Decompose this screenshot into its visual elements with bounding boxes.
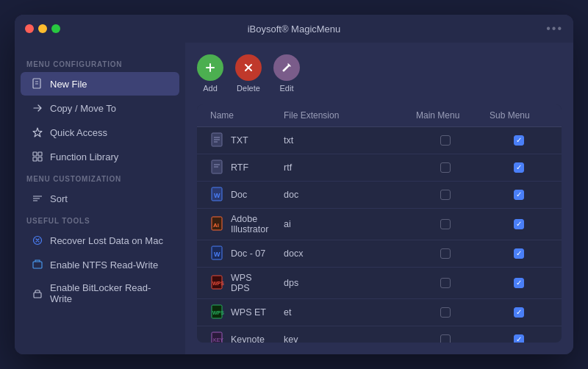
sidebar-item-recover[interactable]: Recover Lost Data on Mac [21,229,179,252]
cell-ext: doc [276,184,409,205]
sidebar: Menu Configuration New File C [15,43,185,354]
main-menu-checkbox[interactable] [440,190,451,200]
table-row[interactable]: WPS WPS DPS dps [197,268,562,299]
cell-main-menu[interactable] [409,273,482,293]
sort-icon [31,192,44,205]
cell-sub-menu[interactable] [482,273,556,293]
svg-rect-11 [33,262,42,268]
cell-sub-menu[interactable] [482,130,556,151]
cell-sub-menu[interactable] [482,243,556,264]
cell-main-menu[interactable] [409,243,482,264]
sub-menu-checkbox[interactable] [514,334,524,343]
file-name: Keynote [231,334,265,343]
cell-ext: et [276,302,409,323]
table-row[interactable]: RTF rtf [197,154,562,182]
table-row[interactable]: TXT txt [197,127,562,154]
cell-ext: txt [276,130,409,151]
sub-menu-checkbox[interactable] [514,219,524,229]
delete-label: Delete [237,84,260,93]
cell-main-menu[interactable] [409,329,482,343]
sidebar-item-quick-access[interactable]: Quick Access [21,121,179,144]
sidebar-section-menu-custom: Menu Customization [15,169,185,186]
recover-icon [31,234,44,247]
file-name: Doc [231,190,247,200]
table-row[interactable]: Ai Adobe Illustrator ai [197,209,562,240]
file-type-icon: WPS [210,304,225,320]
sub-menu-checkbox[interactable] [514,190,524,200]
main-menu-checkbox[interactable] [440,307,451,318]
sidebar-label-recover: Recover Lost Data on Mac [50,235,163,246]
sidebar-item-copy-move[interactable]: Copy / Move To [21,96,179,120]
main-menu-checkbox[interactable] [440,135,451,146]
sidebar-label-bitlocker: Enable BitLocker Read-Write [50,282,169,304]
menu-dots[interactable]: ••• [546,22,563,35]
svg-text:W: W [214,192,220,199]
main-menu-checkbox[interactable] [440,334,451,343]
cell-main-menu[interactable] [409,130,482,151]
sidebar-item-sort[interactable]: Sort [21,187,179,210]
edit-button[interactable]: Edit [273,54,300,93]
cell-main-menu[interactable] [409,184,482,205]
col-main-menu: Main Menu [409,104,482,126]
cell-main-menu[interactable] [409,214,482,234]
file-type-icon: WPS [210,275,225,291]
sub-menu-checkbox[interactable] [514,278,524,288]
maximize-button[interactable] [51,24,60,33]
sidebar-section-menu-config: Menu Configuration [15,54,185,71]
col-ext: File Extension [276,104,409,126]
col-name: Name [203,104,276,126]
svg-text:WPS: WPS [212,310,224,315]
main-content: Menu Configuration New File C [15,43,573,354]
add-button[interactable]: Add [197,54,223,93]
close-button[interactable] [25,24,34,33]
cell-name: WPS WPS ET [203,299,276,326]
sub-menu-checkbox[interactable] [514,135,524,146]
svg-text:W: W [214,251,220,258]
main-menu-checkbox[interactable] [440,248,451,259]
function-library-icon [31,150,44,163]
app-window: iBoysoft® MagicMenu ••• Menu Configurati… [15,15,573,354]
sub-menu-checkbox[interactable] [514,162,524,173]
cell-sub-menu[interactable] [482,214,556,234]
sidebar-item-ntfs[interactable]: Enable NTFS Read-Write [21,253,179,276]
minimize-button[interactable] [38,24,47,33]
main-panel: Add Delete [185,43,573,354]
cell-sub-menu[interactable] [482,329,556,343]
cell-name: TXT [203,127,276,154]
cell-main-menu[interactable] [409,302,482,323]
cell-sub-menu[interactable] [482,184,556,205]
traffic-lights [25,24,60,33]
cell-sub-menu[interactable] [482,302,556,323]
sidebar-item-function-library[interactable]: Function Library [21,145,179,168]
cell-name: RTF [203,154,276,181]
file-type-icon: Ai [210,216,225,232]
sidebar-label-copy-move: Copy / Move To [50,103,116,114]
svg-rect-6 [38,157,42,161]
svg-text:WPS: WPS [212,281,224,286]
bitlocker-icon [31,287,44,300]
copy-move-icon [31,101,44,115]
main-menu-checkbox[interactable] [440,278,451,288]
edit-label: Edit [280,84,294,93]
delete-button[interactable]: Delete [235,54,262,93]
table-row[interactable]: W Doc - 07 docx [197,240,562,268]
svg-rect-12 [34,293,41,298]
cell-sub-menu[interactable] [482,157,556,178]
main-menu-checkbox[interactable] [440,162,451,173]
table-body: TXT txt RTF rtf [197,127,562,343]
cell-ext: docx [276,243,409,264]
file-name: Adobe Illustrator [231,214,269,234]
table-row[interactable]: WPS WPS ET et [197,299,562,326]
cell-main-menu[interactable] [409,157,482,178]
toolbar: Add Delete [197,54,562,93]
sub-menu-checkbox[interactable] [514,248,524,259]
sidebar-label-quick-access: Quick Access [50,127,107,138]
add-label: Add [203,84,218,93]
sidebar-item-new-file[interactable]: New File [21,72,179,96]
table-row[interactable]: W Doc doc [197,182,562,209]
main-menu-checkbox[interactable] [440,219,451,229]
sub-menu-checkbox[interactable] [514,307,524,318]
sidebar-label-ntfs: Enable NTFS Read-Write [50,259,158,271]
sidebar-item-bitlocker[interactable]: Enable BitLocker Read-Write [21,277,179,309]
table-row[interactable]: KEY Keynote key [197,326,562,343]
